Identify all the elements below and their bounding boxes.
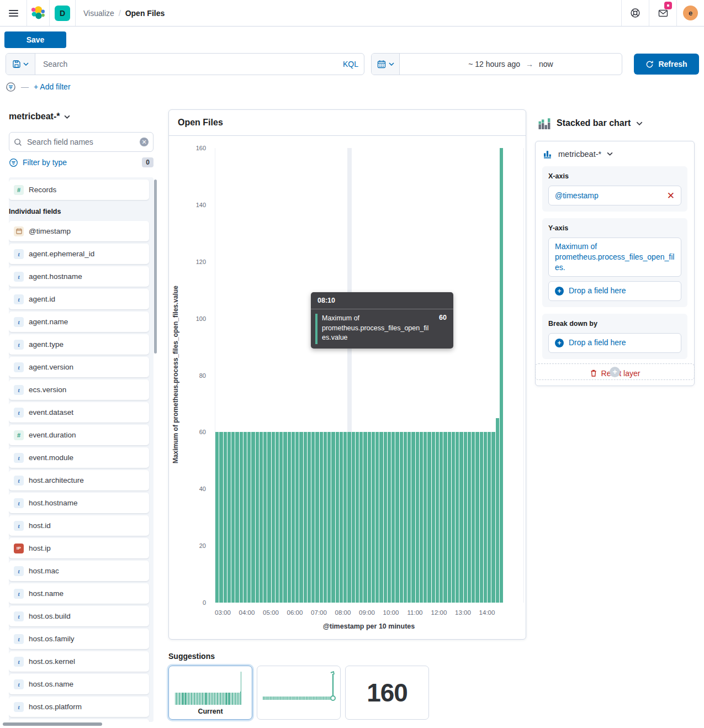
drop-field-label: Drop a field here — [569, 286, 626, 296]
elastic-logo-icon — [31, 6, 45, 21]
field-type-string-icon: t — [14, 294, 24, 304]
x-tick-label: 12:00 — [431, 609, 447, 616]
field-name: agent.type — [29, 340, 63, 349]
suggestion-line-chart-card[interactable] — [257, 666, 341, 720]
field-item[interactable]: thost.os.platform — [9, 697, 149, 717]
chart-bar — [407, 432, 411, 603]
refresh-icon — [645, 60, 654, 68]
chart-bar — [388, 432, 391, 603]
metric-value: 160 — [346, 666, 428, 719]
hamburger-icon — [9, 8, 18, 18]
chart-bar — [320, 432, 323, 603]
elastic-logo[interactable] — [27, 0, 49, 26]
field-item[interactable]: tagent.hostname — [9, 266, 149, 287]
field-item[interactable]: #event.duration — [9, 425, 149, 445]
field-item[interactable]: thost.id — [9, 515, 149, 536]
field-item[interactable]: thost.mac — [9, 561, 149, 581]
filter-by-type-button[interactable]: Filter by type 0 — [9, 157, 153, 167]
field-type-string-icon: t — [14, 249, 24, 259]
chart-bar — [240, 432, 243, 603]
suggestion-metric-card[interactable]: 160 — [345, 666, 429, 720]
field-item[interactable]: tagent.id — [9, 289, 149, 309]
help-button[interactable] — [622, 0, 649, 26]
chart-bar — [356, 432, 359, 603]
newsfeed-button[interactable] — [649, 0, 676, 26]
time-to[interactable]: now — [539, 60, 553, 68]
chart-tooltip: 08:10 Maximum of prometheus.process_file… — [311, 292, 453, 349]
records-field-item[interactable]: # Records — [9, 180, 149, 200]
horizontal-scrollbar[interactable] — [3, 722, 102, 726]
field-item[interactable]: thost.os.build — [9, 606, 149, 626]
chart-bar — [368, 432, 371, 603]
field-name: host.os.family — [29, 635, 75, 643]
filter-set-icon[interactable] — [6, 82, 16, 92]
date-quick-menu-button[interactable] — [372, 54, 400, 75]
field-item[interactable]: tagent.name — [9, 312, 149, 332]
field-item[interactable]: thost.hostname — [9, 493, 149, 513]
y-axis-drop-target[interactable]: + Drop a field here — [548, 281, 681, 301]
field-item[interactable]: tagent.type — [9, 334, 149, 355]
saved-query-menu-button[interactable] — [6, 54, 35, 75]
chart-bar — [219, 432, 223, 603]
query-language-button[interactable]: KQL — [337, 54, 364, 75]
save-button[interactable]: Save — [4, 31, 66, 48]
y-tick-label: 160 — [196, 145, 206, 151]
field-item[interactable]: tevent.dataset — [9, 402, 149, 423]
x-tick-label: 04:00 — [239, 609, 255, 616]
layer-index-pattern-selector[interactable]: metricbeat-* — [543, 149, 686, 159]
chart-bar — [448, 432, 451, 603]
chart-type-switcher[interactable]: Stacked bar chart — [538, 117, 643, 129]
space-selector[interactable]: D — [50, 0, 75, 26]
user-menu-button[interactable]: e — [677, 0, 704, 26]
field-item[interactable]: IPhost.ip — [9, 538, 149, 558]
field-search-input[interactable] — [26, 137, 136, 147]
suggestion-current-card[interactable]: Current — [168, 666, 252, 720]
x-axis-dimension-chip[interactable]: @timestamp ✕ — [548, 186, 681, 205]
add-layer-button[interactable]: + — [535, 363, 695, 380]
chart-bar — [411, 432, 415, 603]
field-search-box: ✕ — [9, 132, 153, 152]
field-item[interactable]: thost.os.name — [9, 674, 149, 694]
chart-bar — [400, 432, 403, 603]
chart-bar — [279, 432, 283, 603]
y-axis-dimension-chip[interactable]: Maximum of prometheus.process_files_open… — [548, 238, 681, 277]
time-from[interactable]: ~ 12 hours ago — [468, 60, 520, 68]
field-type-string-icon: t — [14, 272, 24, 282]
field-item[interactable]: thost.architecture — [9, 470, 149, 490]
suggestion-current-label: Current — [169, 708, 252, 715]
menu-button[interactable] — [0, 0, 27, 26]
field-list-scrollbar[interactable] — [154, 180, 157, 354]
chart-bar — [440, 432, 443, 603]
chart-bar — [231, 432, 235, 603]
search-input[interactable] — [35, 54, 337, 75]
add-filter-link[interactable]: + Add filter — [34, 82, 71, 91]
help-icon — [630, 8, 641, 18]
field-item[interactable]: tevent.module — [9, 447, 149, 468]
x-tick-label: 06:00 — [287, 609, 303, 616]
breakdown-drop-target[interactable]: + Drop a field here — [548, 333, 681, 353]
chart-bar — [459, 432, 463, 603]
index-pattern-selector[interactable]: metricbeat-* — [9, 112, 70, 122]
x-tick-label: 13:00 — [455, 609, 471, 616]
field-name: event.dataset — [29, 408, 73, 416]
field-item[interactable]: @timestamp — [9, 221, 149, 241]
chart-plot[interactable]: 020406080100120140160 — [215, 148, 524, 603]
chart-bar — [247, 432, 251, 603]
field-item[interactable]: thost.os.kernel — [9, 651, 149, 672]
field-item[interactable]: tagent.version — [9, 357, 149, 377]
index-pattern-icon — [543, 149, 553, 159]
field-item[interactable]: thost.name — [9, 583, 149, 604]
time-range-display[interactable]: ~ 12 hours ago → now — [400, 54, 622, 75]
calendar-icon — [377, 60, 386, 68]
field-item[interactable]: tecs.version — [9, 379, 149, 400]
refresh-button[interactable]: Refresh — [634, 54, 699, 75]
breadcrumb-visualize[interactable]: Visualize — [83, 9, 114, 18]
clear-search-icon[interactable]: ✕ — [140, 138, 149, 146]
chart-bar — [308, 432, 311, 603]
field-item[interactable]: thost.os.family — [9, 629, 149, 649]
search-icon — [14, 138, 22, 146]
remove-dimension-icon[interactable]: ✕ — [663, 191, 675, 201]
field-item[interactable]: tagent.ephemeral_id — [9, 244, 149, 264]
field-name: host.architecture — [29, 476, 84, 484]
chart-bar — [327, 432, 331, 603]
